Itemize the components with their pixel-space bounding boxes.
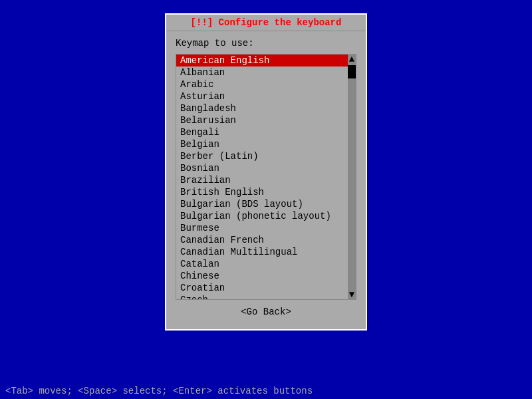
list-item[interactable]: Belgian xyxy=(176,138,348,150)
list-item[interactable]: Croatian xyxy=(176,282,348,294)
go-back-button[interactable]: <Go Back> xyxy=(241,307,291,317)
keymap-label: Keymap to use: xyxy=(176,38,356,49)
scrollbar[interactable]: ▲ ▼ xyxy=(348,55,356,299)
scroll-up-icon[interactable]: ▲ xyxy=(348,55,356,64)
scroll-thumb[interactable] xyxy=(348,65,356,78)
list-item[interactable]: Arabic xyxy=(176,78,348,90)
list-item[interactable]: Berber (Latin) xyxy=(176,150,348,162)
list-item[interactable]: Chinese xyxy=(176,270,348,282)
scroll-down-icon[interactable]: ▼ xyxy=(348,290,356,299)
list-item[interactable]: Catalan xyxy=(176,258,348,270)
list-item[interactable]: Belarusian xyxy=(176,114,348,126)
list-item[interactable]: British English xyxy=(176,186,348,198)
list-item[interactable]: Burmese xyxy=(176,222,348,234)
list-item[interactable]: Bulgarian (phonetic layout) xyxy=(176,210,348,222)
list-item[interactable]: Bangladesh xyxy=(176,102,348,114)
list-item[interactable]: Asturian xyxy=(176,90,348,102)
list-item[interactable]: American English xyxy=(176,55,348,66)
configure-keyboard-dialog: [!!] Configure the keyboard Keymap to us… xyxy=(165,13,367,331)
list-item[interactable]: Bengali xyxy=(176,126,348,138)
list-item[interactable]: Canadian French xyxy=(176,234,348,246)
list-item[interactable]: Bulgarian (BDS layout) xyxy=(176,198,348,210)
list-item[interactable]: Czech xyxy=(176,294,348,299)
dialog-body: Keymap to use: American EnglishAlbanianA… xyxy=(166,31,366,329)
list-item[interactable]: Albanian xyxy=(176,66,348,78)
list-item[interactable]: Bosnian xyxy=(176,162,348,174)
dialog-title: [!!] Configure the keyboard xyxy=(166,15,366,31)
scroll-track xyxy=(348,64,356,290)
status-bar: <Tab> moves; <Space> selects; <Enter> ac… xyxy=(0,383,532,399)
keymap-list-container[interactable]: American EnglishAlbanianArabicAsturianBa… xyxy=(176,54,356,300)
go-back-container: <Go Back> xyxy=(176,300,356,323)
list-item[interactable]: Canadian Multilingual xyxy=(176,246,348,258)
keymap-list[interactable]: American EnglishAlbanianArabicAsturianBa… xyxy=(176,55,348,299)
list-item[interactable]: Brazilian xyxy=(176,174,348,186)
